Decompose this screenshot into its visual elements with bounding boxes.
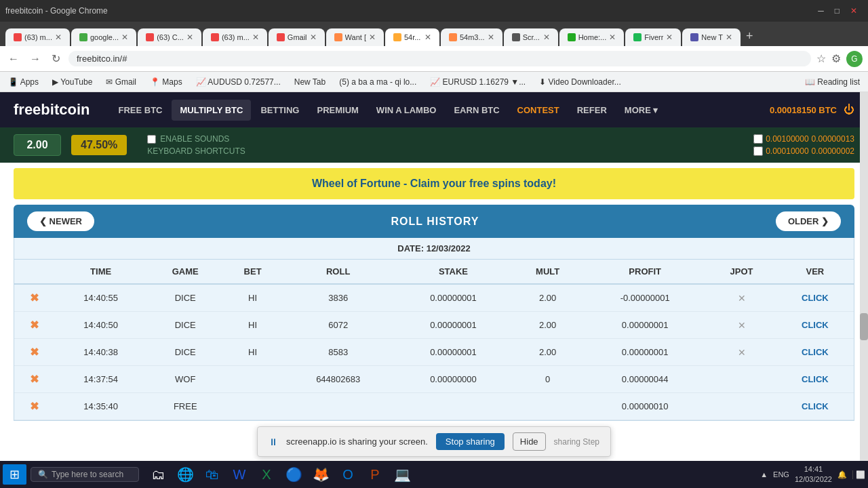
table-header-row: TIME GAME BET ROLL STAKE MULT PROFIT JPO…: [14, 260, 854, 284]
tab-2[interactable]: google... ✕: [71, 28, 136, 46]
row5-ver[interactable]: CLICK: [776, 393, 854, 420]
reload-btn[interactable]: ↻: [49, 51, 63, 66]
tab-close-10[interactable]: ✕: [609, 33, 616, 42]
wheel-banner[interactable]: Wheel of Fortune - Claim your free spins…: [14, 168, 854, 199]
power-icon[interactable]: ⏻: [844, 104, 854, 116]
taskbar-expand-btn[interactable]: ▲: [760, 470, 768, 479]
profile-btn[interactable]: G: [846, 51, 863, 67]
tab-close-7[interactable]: ✕: [425, 33, 431, 42]
taskbar-app-pc[interactable]: 💻: [390, 462, 414, 487]
maps-bookmark[interactable]: 📍 Maps: [147, 76, 185, 88]
row4-time: 14:37:54: [54, 366, 146, 393]
forward-btn[interactable]: →: [27, 52, 43, 66]
win-checkbox-2[interactable]: [753, 146, 763, 156]
tab-3[interactable]: (63) C... ✕: [138, 28, 201, 46]
notification-btn[interactable]: 🔔: [837, 470, 847, 479]
taskbar-app-ppt[interactable]: P: [363, 462, 387, 487]
win-amount-1: 0.00100000: [766, 134, 808, 144]
tab-11[interactable]: New T ✕: [682, 28, 741, 46]
bookmark-star[interactable]: ☆: [816, 52, 826, 65]
videodownloader-bookmark[interactable]: ⬇ Video Downloader...: [536, 76, 624, 88]
nav-multiply-btc[interactable]: MULTIPLY BTC: [172, 100, 251, 121]
tab-close-4[interactable]: ✕: [252, 33, 259, 42]
tab-close-6[interactable]: ✕: [369, 33, 376, 42]
roll-history: ❮ NEWER ROLL HISTORY OLDER ❯ DATE: 12/03…: [14, 205, 854, 421]
tab-close-5[interactable]: ✕: [310, 33, 317, 42]
apps-bookmark[interactable]: 📱 Apps: [5, 76, 41, 88]
tab-8[interactable]: 54m3... ✕: [441, 28, 502, 46]
roll-history-title: ROLL HISTORY: [391, 216, 479, 228]
nav-win-lambo[interactable]: WIN A LAMBO: [368, 100, 445, 121]
taskbar-app-firefox[interactable]: 🦊: [309, 462, 333, 487]
row3-profit: 0.00000001: [583, 339, 707, 366]
taskbar-app-excel[interactable]: X: [254, 462, 279, 487]
newtab-bookmark[interactable]: New Tab: [292, 76, 328, 88]
taskbar-app-edge[interactable]: 🌐: [173, 462, 197, 487]
tab-fiverr[interactable]: Fiverr ✕: [625, 28, 681, 46]
row1-ver[interactable]: CLICK: [776, 284, 854, 312]
enable-sounds-checkbox[interactable]: [147, 135, 156, 144]
tab-close-1[interactable]: ✕: [55, 33, 62, 42]
nav-more[interactable]: MORE ▾: [616, 100, 667, 121]
minimize-btn[interactable]: ─: [818, 6, 824, 16]
eurusd-bookmark[interactable]: 📈 EURUSD 1.16279 ▼...: [427, 76, 528, 88]
gmail-bookmark[interactable]: ✉ Gmail: [103, 76, 139, 88]
taskbar-app-explorer[interactable]: 🗂: [146, 462, 170, 487]
logo-bitcoin: bitcoin: [41, 101, 90, 118]
youtube-bookmark[interactable]: ▶ YouTube: [50, 76, 95, 88]
tab-close-3[interactable]: ✕: [186, 33, 193, 42]
stop-sharing-btn[interactable]: Stop sharing: [436, 433, 505, 450]
tab-6[interactable]: Want [ ✕: [326, 28, 384, 46]
row4-roll: 644802683: [282, 366, 395, 393]
tab-close-8[interactable]: ✕: [488, 33, 494, 42]
win-checkbox-1[interactable]: [753, 134, 763, 144]
tab-9[interactable]: Scr... ✕: [504, 28, 558, 46]
tab-7-active[interactable]: 54r... ✕: [385, 28, 439, 46]
row3-x-icon: ✖: [14, 339, 54, 366]
nav-refer[interactable]: REFER: [569, 100, 615, 121]
scrollbar[interactable]: [860, 92, 868, 461]
bama-bookmark[interactable]: (5) a ba a ma - qi lo...: [336, 76, 419, 88]
url-input[interactable]: [68, 51, 811, 66]
row2-ver[interactable]: CLICK: [776, 312, 854, 339]
tab-4[interactable]: (63) m... ✕: [203, 28, 267, 46]
new-tab-btn[interactable]: +: [742, 29, 757, 43]
tab-close-11[interactable]: ✕: [726, 33, 732, 42]
row3-ver[interactable]: CLICK: [776, 339, 854, 366]
site-logo[interactable]: freebitcoin: [14, 101, 90, 119]
nav-earn-btc[interactable]: EARN BTC: [446, 100, 507, 121]
nav-premium[interactable]: PREMIUM: [309, 100, 366, 121]
taskbar-app-outlook[interactable]: O: [336, 462, 360, 487]
taskbar-app-chrome[interactable]: 🔵: [281, 462, 306, 487]
tab-close-9[interactable]: ✕: [543, 33, 550, 42]
row4-mult: 0: [512, 366, 583, 393]
scrollbar-thumb[interactable]: [860, 313, 868, 340]
nav-contest[interactable]: CONTEST: [509, 100, 568, 121]
tab-5[interactable]: Gmail ✕: [269, 28, 325, 46]
close-btn[interactable]: ✕: [850, 6, 857, 16]
older-btn[interactable]: OLDER ❯: [776, 211, 841, 231]
tab-close-fiverr[interactable]: ✕: [666, 33, 673, 42]
show-desktop-btn[interactable]: ⬜: [852, 470, 865, 479]
extensions-btn[interactable]: ⚙: [831, 52, 841, 65]
nav-free-btc[interactable]: FREE BTC: [110, 100, 170, 121]
row1-bet: HI: [224, 284, 282, 312]
taskbar-app-store[interactable]: 🛍: [200, 462, 224, 487]
newer-btn[interactable]: ❮ NEWER: [27, 211, 94, 231]
enable-sounds-label[interactable]: ENABLE SOUNDS: [147, 134, 245, 144]
tab-close-2[interactable]: ✕: [121, 33, 128, 42]
audusd-bookmark[interactable]: 📈 AUDUSD 0.72577...: [193, 76, 283, 88]
taskbar-app-word[interactable]: W: [227, 462, 252, 487]
tab-10[interactable]: Home:... ✕: [559, 28, 625, 46]
back-btn[interactable]: ←: [5, 52, 22, 66]
nav-betting[interactable]: BETTING: [252, 100, 307, 121]
wheel-banner-link[interactable]: Wheel of Fortune - Claim your free spins…: [312, 178, 556, 189]
readinglist-bookmark[interactable]: 📖 Reading list: [802, 76, 863, 88]
row4-ver[interactable]: CLICK: [776, 366, 854, 393]
taskbar-search[interactable]: 🔍 Type here to search: [31, 467, 139, 482]
sharing-step-text: sharing Step: [554, 437, 599, 447]
start-button[interactable]: ⊞: [3, 464, 26, 485]
hide-btn[interactable]: Hide: [513, 432, 546, 451]
maximize-btn[interactable]: □: [835, 6, 840, 16]
tab-1[interactable]: (63) m... ✕: [5, 28, 70, 46]
